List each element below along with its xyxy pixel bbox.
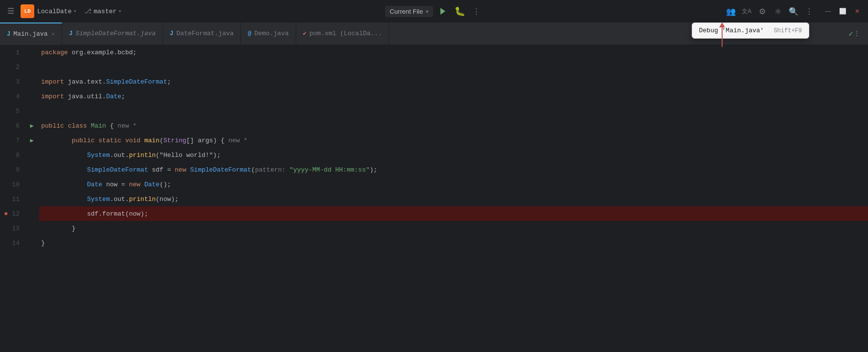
settings-icon: ⚙ [759, 7, 766, 16]
tooltip-shortcut: Shift+F9 [774, 27, 802, 34]
tooltip-label: Debug 'Main.java' [699, 27, 764, 34]
tab-label-main-java: Main.java [13, 30, 47, 38]
title-bar: ☰ LD LocalDate ▾ ⎇ master ▾ Current File… [0, 0, 868, 22]
branch-btn[interactable]: ⎇ master ▾ [84, 7, 121, 15]
tab-label-pom: pom.xml (LocalDa... [309, 30, 382, 37]
run-config-button[interactable]: Current File ▾ [385, 6, 433, 17]
tab-label-simpledateformat: SimpleDateFormat.java [75, 30, 156, 37]
search-button[interactable]: 🔍 [787, 4, 800, 18]
menu-icon[interactable]: ☰ [4, 4, 18, 18]
project-name-label: LocalDate [37, 8, 71, 15]
run-controls: Current File ▾ 🐛 ⋮ [385, 4, 483, 18]
gutter-cell-1 [24, 45, 39, 60]
project-chevron-icon: ▾ [73, 8, 76, 14]
project-logo: LD [21, 4, 34, 18]
translate-icon: 文A [742, 7, 751, 16]
run-icon [439, 7, 447, 15]
line-number-9: 9 [0, 162, 24, 177]
gutter: ▶▶ [24, 45, 39, 352]
search-icon: 🔍 [789, 7, 798, 16]
code-line-1: package org.example.bcbd; [39, 45, 868, 60]
tab-icon-pom: ✔ [303, 30, 306, 37]
line-number-7: 7 [0, 133, 24, 148]
settings-button[interactable]: ⚙ [755, 4, 769, 18]
code-line-5 [39, 104, 868, 118]
tab-icon-main-java: J [7, 31, 10, 38]
code-line-10: Date now = new Date(); [39, 177, 868, 192]
code-line-6: public class Main { new * [39, 118, 868, 133]
debug-button[interactable]: 🐛 [453, 4, 467, 18]
plugins-icon: ⚛ [774, 7, 781, 16]
code-area: 1234567891011121314 ▶▶ package org.examp… [0, 45, 868, 352]
line-number-13: 13 [0, 221, 24, 236]
gutter-cell-10 [24, 177, 39, 192]
maximize-button[interactable]: ⬜ [836, 4, 849, 18]
line-number-5: 5 [0, 104, 24, 118]
run-gutter-icon-6[interactable]: ▶ [30, 122, 33, 130]
tab-label-dateformat: DateFormat.java [176, 30, 234, 37]
more-actions-button[interactable]: ⋮ [802, 4, 816, 18]
tab-icon-demo: @ [248, 30, 251, 37]
code-line-12: sdf.format(now); [39, 206, 868, 221]
code-line-14: } [39, 236, 868, 250]
tab-label-demo: Demo.java [255, 30, 289, 37]
title-right-actions: 👥 文A ⚙ ⚛ 🔍 ⋮ [724, 4, 816, 18]
line-number-10: 10 [0, 177, 24, 192]
more-actions-icon: ⋮ [805, 7, 813, 16]
project-name-btn[interactable]: LocalDate ▾ [37, 8, 76, 15]
code-line-13: } [39, 221, 868, 236]
line-number-14: 14 [0, 236, 24, 250]
code-line-2 [39, 60, 868, 74]
tab-main-java[interactable]: J Main.java ✕ [0, 22, 62, 45]
line-number-11: 11 [0, 192, 24, 206]
run-more-label: ⋮ [472, 7, 480, 16]
run-button[interactable] [436, 4, 450, 18]
line-number-4: 4 [0, 89, 24, 104]
git-icon: ⎇ [84, 7, 92, 15]
tab-demo[interactable]: @ Demo.java [241, 22, 296, 45]
gutter-cell-4 [24, 89, 39, 104]
gutter-cell-11 [24, 192, 39, 206]
gutter-cell-5 [24, 104, 39, 118]
close-button[interactable]: ✕ [850, 4, 864, 18]
translate-button[interactable]: 文A [740, 4, 753, 18]
tab-close-main-java[interactable]: ✕ [51, 31, 55, 37]
gutter-cell-7[interactable]: ▶ [24, 133, 39, 148]
run-config-label: Current File [390, 8, 423, 15]
code-content[interactable]: package org.example.bcbd;import java.tex… [39, 45, 868, 352]
line-numbers: 1234567891011121314 [0, 45, 24, 352]
run-config-chevron: ▾ [426, 9, 428, 14]
debug-tooltip: Debug 'Main.java' Shift+F9 [692, 22, 809, 39]
editor-checkmark-icon: ✓ [848, 29, 853, 39]
tab-icon-simpledateformat: J [69, 30, 72, 37]
run-gutter-icon-7[interactable]: ▶ [30, 137, 33, 144]
collab-button[interactable]: 👥 [724, 4, 738, 18]
minimize-button[interactable]: — [821, 4, 835, 18]
tab-pom[interactable]: ✔ pom.xml (LocalDa... [296, 22, 389, 45]
line-number-1: 1 [0, 45, 24, 60]
gutter-cell-14 [24, 236, 39, 250]
gutter-cell-12 [24, 206, 39, 221]
tab-simpledateformat[interactable]: J SimpleDateFormat.java [62, 22, 163, 45]
gutter-cell-6[interactable]: ▶ [24, 118, 39, 133]
code-line-3: import java.text.SimpleDateFormat; [39, 74, 868, 89]
branch-chevron-icon: ▾ [118, 8, 121, 14]
svg-marker-0 [441, 8, 446, 15]
code-line-9: SimpleDateFormat sdf = new SimpleDateFor… [39, 162, 868, 177]
line-number-3: 3 [0, 74, 24, 89]
line-number-12: 12 [0, 206, 24, 221]
run-more-button[interactable]: ⋮ [469, 4, 483, 18]
gutter-cell-2 [24, 60, 39, 74]
window-controls: — ⬜ ✕ [821, 4, 864, 18]
line-number-2: 2 [0, 60, 24, 74]
debug-arrow [719, 22, 725, 47]
collab-icon: 👥 [726, 7, 736, 16]
gutter-cell-8 [24, 148, 39, 162]
line-number-8: 8 [0, 148, 24, 162]
plugins-button[interactable]: ⚛ [771, 4, 785, 18]
tab-dateformat[interactable]: J DateFormat.java [163, 22, 241, 45]
line-number-6: 6 [0, 118, 24, 133]
code-line-8: System.out.println("Hello world!"); [39, 148, 868, 162]
branch-name-label: master [94, 8, 117, 15]
debug-icon: 🐛 [454, 6, 465, 17]
